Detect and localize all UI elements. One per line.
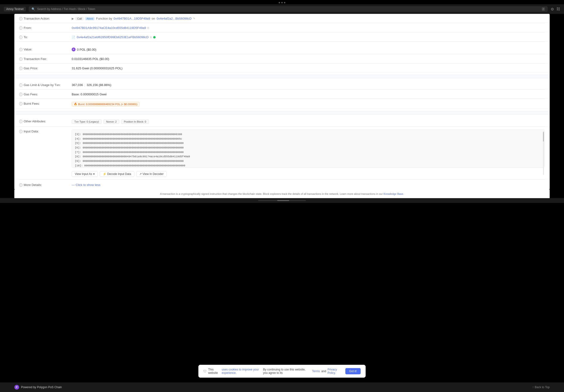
section-gap-2 [14, 111, 550, 115]
to-address-link[interactable]: 0x4e4af2a21ebf62850fD99Eb6253E1eFBb56098… [77, 35, 149, 39]
from-label: From: [24, 26, 32, 30]
input-data-row: i Input Data: [3]: 000000000000000000000… [14, 127, 550, 180]
gas-price-value-col: 31.625 Gwei (0.000000031625 POL) [72, 66, 545, 70]
burnt-fees-value-col: 🔥 Burnt: 0.000000000000489234 POL (< $0.… [72, 101, 545, 106]
gas-limit-info-icon: i [19, 84, 22, 87]
more-details-value-col: — Click to show less [72, 183, 545, 187]
burnt-fees-label: Burnt Fees: [24, 102, 40, 105]
gas-limit-value-col: 367,036 | 326,156 (88.86%) [72, 83, 545, 87]
top-bar [0, 0, 564, 4]
dot-3 [284, 2, 285, 3]
fire-icon: 🔥 [74, 102, 77, 106]
nav-tag[interactable]: Amoy Testnet [4, 7, 26, 12]
burnt-fees-info-icon: i [19, 102, 22, 105]
more-details-label-col: i More Details: [19, 183, 67, 187]
fee-value-col: 0.0103146835 POL ($0.00) [72, 57, 545, 61]
section-gap [14, 75, 550, 78]
action-value-col: ▶ Call Attest Function by 0x4947B01A...1… [72, 16, 545, 20]
knowledge-base-link[interactable]: Knowledge Base [384, 192, 403, 195]
burnt-fees-label-col: i Burnt Fees: [19, 101, 67, 105]
footer-text: A transaction is a cryptographically sig… [160, 192, 383, 195]
burnt-fees-row: i Burnt Fees: 🔥 Burnt: 0.000000000000489… [14, 99, 550, 109]
value-label-col: i Value: [19, 47, 67, 51]
input-actions: View Input As ▾ ⚡ Decode Input Data ↗ Vi… [72, 171, 166, 177]
to-row: i To: 📄 0x4e4af2a21ebf62850fD99Eb6253E1e… [14, 32, 550, 42]
decode-input-button[interactable]: ⚡ Decode Input Data [100, 171, 134, 177]
position-badge: Position In Block: 0 [121, 120, 149, 124]
browser-icons: ⚙ ⛓ [550, 7, 560, 12]
other-attr-label-col: i Other Attributes: [19, 119, 67, 123]
gas-limit-label-col: i Gas Limit & Usage by Txn: [19, 83, 67, 87]
search-icon: 🔍 [31, 7, 35, 11]
search-bar[interactable]: 🔍 Search by Address / Txn Hash / Block /… [29, 6, 548, 12]
main-content: i Transaction Action: ▶ Call Attest Func… [14, 14, 550, 190]
input-line-7: [7]: 00000000000000000000000000000000000… [75, 150, 542, 155]
gas-price-info-icon: i [19, 67, 22, 70]
edit-icon[interactable]: ✎ [193, 17, 195, 20]
link-icon[interactable]: ⛓ [556, 7, 560, 12]
other-attr-info-icon: i [19, 120, 22, 123]
input-data-box[interactable]: [3]: 00000000000000000000000000000000000… [72, 129, 545, 168]
input-line-8: [8]: 00000000000000000000000000004947b01… [75, 154, 542, 159]
to-value-col: 📄 0x4e4af2a21ebf62850fD99Eb6253E1eFBb560… [72, 35, 545, 39]
gas-usage-value: 326,156 (88.86%) [86, 83, 111, 87]
gas-limit-value: 367,036 [72, 83, 83, 87]
view-input-as-button[interactable]: View Input As ▾ [72, 171, 98, 177]
gas-fees-label: Gas Fees: [24, 93, 38, 96]
gas-fees-value-col: Base: 0.000000015 Gwei [72, 92, 545, 96]
nonce-badge: Nonce: 2 [103, 120, 119, 124]
fee-info-icon: i [19, 57, 22, 61]
click-less-link[interactable]: — Click to show less [72, 183, 100, 187]
footer-note: A transaction is a cryptographically sig… [14, 190, 550, 198]
gas-limit-label: Gas Limit & Usage by Txn: [24, 83, 60, 87]
browser-chrome: Amoy Testnet 🔍 Search by Address / Txn H… [0, 4, 564, 14]
to-info-icon: i [19, 36, 22, 39]
view-input-as-label: View Input As [75, 172, 92, 176]
input-label: Input Data: [24, 129, 39, 133]
from-row: i From: 0x4947B01A9c99174aCE4a10cd555d84… [14, 23, 550, 32]
action-address-link[interactable]: 0x4947B01A...19D5F49a9 [113, 17, 150, 20]
fee-label-col: i Transaction Fee: [19, 57, 67, 61]
transaction-action-row: i Transaction Action: ▶ Call Attest Func… [14, 14, 550, 23]
decode-icon: ⚡ [103, 172, 106, 176]
view-in-decoder-button[interactable]: ↗ View In Decoder [136, 171, 167, 177]
gas-price-label: Gas Price: [24, 67, 38, 70]
function-text: Function by [96, 17, 112, 20]
input-data-label-col: i Input Data: [19, 129, 67, 133]
fee-amount: 0.0103146835 POL ($0.00) [72, 57, 109, 61]
search-placeholder: Search by Address / Txn Hash / Block / T… [37, 7, 95, 11]
input-line-9: [9]: 00000000000000000000000000000000000… [75, 159, 542, 164]
action-label-col: i Transaction Action: [19, 16, 67, 20]
value-amount: 0 POL ($0.00) [77, 48, 96, 51]
txn-type-badge: Txn Type: 0 (Legacy) [72, 120, 102, 124]
value-label: Value: [24, 48, 32, 51]
other-attr-label: Other Attributes: [24, 120, 46, 123]
to-copy-icon[interactable]: ⎘ [150, 36, 152, 39]
from-copy-icon[interactable]: ⎘ [148, 26, 149, 30]
gas-price-label-col: i Gas Price: [19, 66, 67, 70]
action-arrow: ▶ [72, 17, 74, 20]
chevron-down-icon: ▾ [93, 172, 95, 176]
more-details-label: More Details: [24, 183, 42, 187]
more-details-info-icon: i [19, 183, 22, 187]
attest-badge: Attest [85, 17, 95, 20]
to-green-dot [153, 36, 156, 39]
from-label-col: i From: [19, 26, 67, 30]
h-scroll-track[interactable] [258, 200, 306, 201]
input-info-icon: i [19, 130, 22, 133]
decode-btn-label: Decode Input Data [107, 172, 131, 176]
gas-fees-label-col: i Gas Fees: [19, 92, 67, 96]
from-address-link[interactable]: 0x4947B01A9c99174aCE4a10cd555d84119D5F49… [72, 26, 146, 30]
slash-badge: / [542, 7, 545, 11]
value-value-col: P 0 POL ($0.00) [72, 47, 545, 51]
fee-label: Transaction Fee: [24, 57, 47, 61]
call-badge: Call [75, 17, 84, 20]
action-contract-link[interactable]: 0x4e4af2a2...Bb56098cD [157, 17, 192, 20]
to-label-col: i To: [19, 35, 67, 39]
dot-2 [281, 2, 283, 3]
to-label: To: [24, 35, 28, 39]
input-line-4: [4]: 00000000000000000000000000000000000… [75, 137, 542, 141]
theme-icon[interactable]: ⚙ [550, 7, 554, 12]
fee-row: i Transaction Fee: 0.0103146835 POL ($0.… [14, 54, 550, 63]
horizontal-scrollbar [0, 198, 564, 203]
